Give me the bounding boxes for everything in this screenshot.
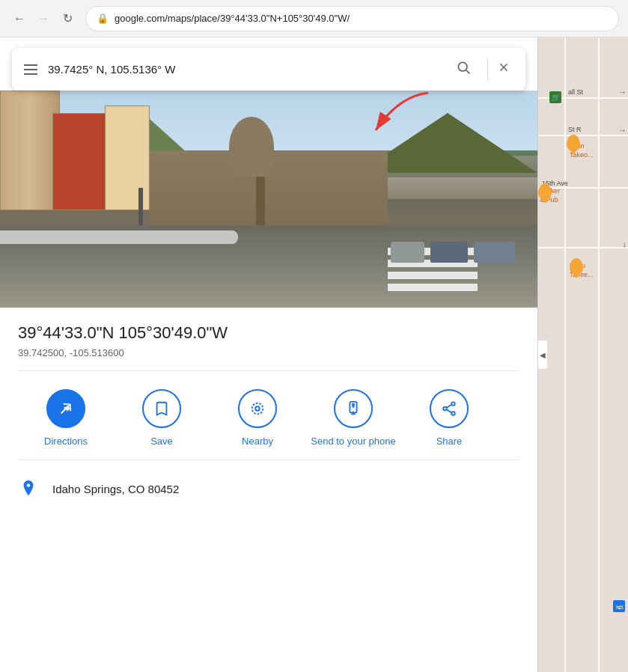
map-arrow-right: →	[618, 88, 627, 97]
share-button[interactable]: Share	[401, 389, 497, 448]
url-text: google.com/maps/place/39°44'33.0"N+105°3…	[115, 13, 350, 24]
nearby-circle	[238, 389, 277, 428]
browser-chrome: ← → ↻ 🔒 google.com/maps/place/39°44'33.0…	[0, 0, 628, 37]
share-circle	[430, 389, 469, 428]
map-blue-marker: 🚌	[613, 600, 625, 612]
nav-buttons: ← → ↻	[9, 8, 78, 29]
svg-line-16	[447, 409, 451, 412]
svg-point-14	[451, 412, 455, 415]
save-circle	[142, 389, 181, 428]
map-arrow-down: ↓	[623, 239, 627, 248]
map-pin-2	[538, 183, 552, 200]
directions-circle	[46, 389, 85, 428]
svg-point-12	[451, 402, 455, 406]
reload-button[interactable]: ↻	[57, 8, 78, 29]
send-to-phone-button[interactable]: Send to your phone	[305, 389, 401, 448]
location-address: Idaho Springs, CO 80452	[52, 483, 179, 495]
map-street-v2	[598, 37, 600, 672]
clear-search-icon[interactable]	[487, 58, 513, 81]
save-label: Save	[150, 436, 173, 448]
street-view-image	[0, 91, 537, 308]
address-bar[interactable]: 🔒 google.com/maps/place/39°44'33.0"N+105…	[85, 6, 619, 31]
save-button[interactable]: Save	[114, 389, 210, 448]
share-label: Share	[436, 436, 463, 448]
send-to-phone-circle	[334, 389, 373, 428]
nearby-button[interactable]: Nearby	[210, 389, 305, 448]
svg-line-15	[447, 404, 451, 407]
map-street-v1	[564, 37, 566, 672]
nearby-label: Nearby	[242, 436, 273, 448]
map-pin-1	[567, 135, 580, 151]
map-pin-3	[570, 258, 583, 275]
map-label-allst: all St	[568, 88, 583, 96]
coordinates-dms: 39°44'33.0"N 105°30'49.0"W	[18, 323, 519, 344]
main-container: 39.7425° N, 105.5136° W	[0, 37, 628, 672]
svg-point-6	[252, 403, 263, 414]
svg-line-2	[466, 70, 470, 74]
search-icon[interactable]	[453, 57, 474, 82]
send-to-phone-label: Send to your phone	[311, 436, 395, 448]
lock-icon: 🔒	[97, 13, 109, 24]
collapse-panel-button[interactable]: ◀	[537, 340, 548, 370]
divider-2	[18, 459, 519, 460]
map-background	[538, 37, 628, 672]
map-green-marker: 🛒	[549, 91, 561, 103]
action-buttons-row: Directions Save	[18, 383, 519, 457]
directions-button[interactable]: Directions	[18, 389, 114, 448]
divider-1	[18, 370, 519, 371]
location-pin-icon	[18, 478, 39, 499]
coordinates-decimal: 39.742500, -105.513600	[18, 347, 519, 358]
forward-button[interactable]: →	[33, 8, 54, 29]
directions-label: Directions	[44, 436, 88, 448]
svg-point-5	[255, 406, 260, 411]
svg-point-13	[443, 406, 447, 410]
svg-point-1	[458, 62, 467, 71]
map-arrow-right2: →	[618, 126, 627, 135]
info-section: 39°44'33.0"N 105°30'49.0"W 39.742500, -1…	[0, 308, 537, 672]
map-street-h2	[538, 135, 628, 136]
location-row: Idaho Springs, CO 80452	[18, 472, 519, 505]
map-street-h4	[538, 247, 628, 248]
left-panel: 39.7425° N, 105.5136° W	[0, 37, 537, 672]
search-query-text: 39.7425° N, 105.5136° W	[48, 63, 442, 76]
map-label-str: St R	[568, 126, 582, 133]
map-panel: ◀ → → ↓ all St St R 15th Ave MainTakeo..…	[537, 37, 628, 672]
hamburger-menu-icon[interactable]	[24, 64, 37, 75]
back-button[interactable]: ←	[9, 8, 30, 29]
search-bar: 39.7425° N, 105.5136° W	[12, 48, 525, 91]
